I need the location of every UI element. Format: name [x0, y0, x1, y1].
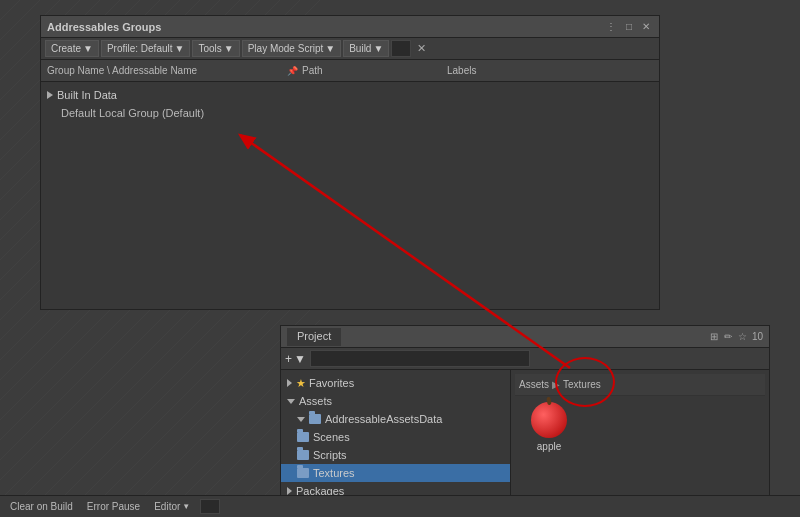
add-button[interactable]: + ▼: [285, 352, 306, 366]
build-button[interactable]: Build ▼: [343, 40, 389, 57]
list-item[interactable]: apple: [519, 400, 579, 454]
assets-label: Assets: [299, 395, 332, 407]
tree-item-textures[interactable]: Textures: [281, 464, 510, 482]
packages-expand-icon: [287, 487, 292, 495]
favorites-expand-icon: [287, 379, 292, 387]
tree-item-favorites[interactable]: ★ Favorites: [281, 374, 510, 392]
path-sep-icon: ▶: [552, 379, 560, 390]
create-dropdown-arrow: ▼: [83, 43, 93, 54]
folder-icon: [309, 414, 321, 424]
project-content: ★ Favorites Assets AddressableAssetsData…: [281, 370, 769, 504]
more-options-icon[interactable]: ⋮: [603, 20, 619, 33]
project-panel: Project ⊞ ✏ ☆ 10 + ▼ ★ Favorites: [280, 325, 770, 500]
col-groupname-header: Group Name \ Addressable Name: [47, 65, 287, 76]
plus-icon: +: [285, 352, 292, 366]
addressables-search-input[interactable]: [391, 40, 411, 57]
project-titlebar: Project ⊞ ✏ ☆ 10: [281, 326, 769, 348]
tools-button[interactable]: Tools ▼: [192, 40, 239, 57]
addressable-assets-data-label: AddressableAssetsData: [325, 413, 442, 425]
profile-button[interactable]: Profile: Default ▼: [101, 40, 191, 57]
project-toolbar: + ▼: [281, 348, 769, 370]
textures-folder-icon: [297, 468, 309, 478]
status-bar: Clear on Build Error Pause Editor ▼: [0, 495, 800, 517]
editor-dropdown[interactable]: Editor ▼: [150, 500, 194, 513]
pin-icon: 📌: [287, 66, 298, 76]
addressables-toolbar: Create ▼ Profile: Default ▼ Tools ▼ Play…: [41, 38, 659, 60]
edit-icon[interactable]: ✏: [723, 330, 733, 343]
scripts-label: Scripts: [313, 449, 347, 461]
addressables-groups-panel: Addressables Groups ⋮ □ ✕ Create ▼ Profi…: [40, 15, 660, 310]
project-tree: ★ Favorites Assets AddressableAssetsData…: [281, 370, 511, 504]
built-in-data-label: Built In Data: [57, 89, 117, 101]
aad-expand-icon: [297, 417, 305, 422]
table-content: Built In Data Default Local Group (Defau…: [41, 82, 659, 309]
profile-dropdown-arrow: ▼: [175, 43, 185, 54]
build-dropdown-arrow: ▼: [373, 43, 383, 54]
table-header: Group Name \ Addressable Name 📌 Path Lab…: [41, 60, 659, 82]
tab-project[interactable]: Project: [287, 328, 341, 346]
close-window-icon[interactable]: ✕: [639, 20, 653, 33]
project-search-input[interactable]: [310, 350, 530, 367]
addressables-titlebar: Addressables Groups ⋮ □ ✕: [41, 16, 659, 38]
path-assets: Assets: [519, 379, 549, 390]
create-button[interactable]: Create ▼: [45, 40, 99, 57]
scripts-folder-icon: [297, 450, 309, 460]
tree-item-scenes[interactable]: Scenes: [281, 428, 510, 446]
scenes-label: Scenes: [313, 431, 350, 443]
playmode-dropdown-arrow: ▼: [325, 43, 335, 54]
playmode-button[interactable]: Play Mode Script ▼: [242, 40, 342, 57]
scenes-folder-icon: [297, 432, 309, 442]
col-path-header: 📌 Path: [287, 65, 447, 76]
titlebar-icons-group: ⋮ □ ✕: [603, 20, 653, 33]
clear-on-build-button[interactable]: Clear on Build: [6, 500, 77, 513]
assets-grid: apple: [515, 396, 765, 458]
editor-dropdown-arrow: ▼: [182, 502, 190, 511]
star-title-icon[interactable]: ☆: [737, 330, 748, 343]
apple-label: apple: [537, 441, 561, 452]
tools-dropdown-arrow: ▼: [224, 43, 234, 54]
toolbar-close-icon[interactable]: ✕: [417, 42, 426, 55]
table-row[interactable]: Built In Data: [47, 86, 653, 104]
project-right-panel: Assets ▶ Textures apple: [511, 370, 769, 504]
default-local-group-label: Default Local Group (Default): [61, 107, 204, 119]
badge-count: 10: [752, 331, 763, 342]
apple-thumbnail: [531, 402, 567, 438]
col-labels-header: Labels: [447, 65, 653, 76]
status-search-input[interactable]: [200, 499, 220, 514]
tree-item-scripts[interactable]: Scripts: [281, 446, 510, 464]
maximize-icon[interactable]: □: [623, 20, 635, 33]
tree-item-addressable-assets-data[interactable]: AddressableAssetsData: [281, 410, 510, 428]
assets-expand-icon: [287, 399, 295, 404]
table-row[interactable]: Default Local Group (Default): [61, 104, 653, 122]
add-dropdown-arrow: ▼: [294, 352, 306, 366]
expand-arrow-icon[interactable]: [47, 91, 53, 99]
favorites-star-icon: ★: [296, 377, 306, 390]
addressables-title: Addressables Groups: [47, 21, 161, 33]
columns-icon[interactable]: ⊞: [709, 330, 719, 343]
project-tabs: Project: [287, 328, 341, 346]
error-pause-button[interactable]: Error Pause: [83, 500, 144, 513]
textures-label: Textures: [313, 467, 355, 479]
path-textures: Textures: [563, 379, 601, 390]
favorites-label: Favorites: [309, 377, 354, 389]
project-titlebar-icons: ⊞ ✏ ☆ 10: [709, 330, 763, 343]
tree-item-assets[interactable]: Assets: [281, 392, 510, 410]
breadcrumb-path: Assets ▶ Textures: [515, 374, 765, 396]
